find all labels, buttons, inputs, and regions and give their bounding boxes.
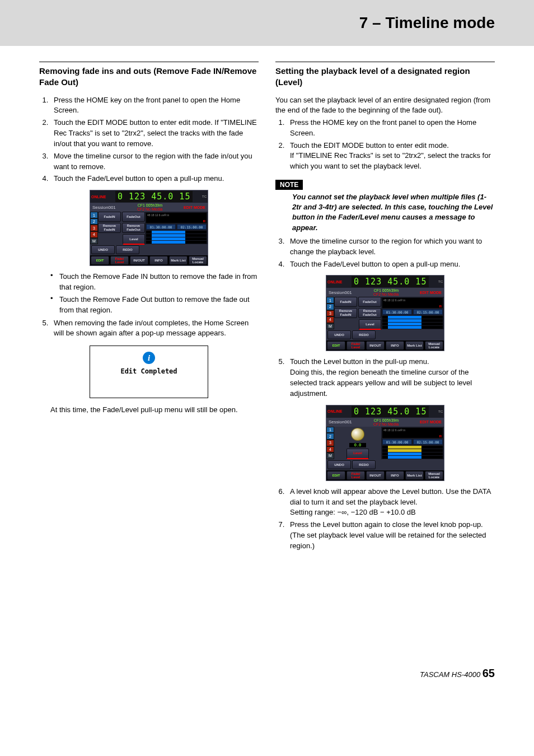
popup-edit-completed: i Edit Completed [90, 346, 208, 398]
right-steps-1-2: Press the HOME key on the front panel to… [275, 118, 495, 172]
level-knob-value: 0.0 [349, 443, 366, 447]
footer-page: 65 [483, 667, 495, 679]
right-step-3: Move the timeline cursor to the region f… [287, 236, 495, 258]
ss-t1: 01:30:00:00 [146, 224, 176, 230]
right-step-6: A level knob will appear above the Level… [287, 487, 495, 519]
ss-cf2: CF2 No Media [137, 207, 162, 211]
page-footer: TASCAM HS-4000 65 [0, 667, 534, 697]
ss-undo: UNDO [91, 245, 115, 254]
ss-btn-fadein: FadeIN [98, 212, 121, 222]
right-steps-3-4: Move the timeline cursor to the region f… [275, 236, 495, 270]
right-step-2: Touch the EDIT MODE button to enter edit… [287, 141, 495, 172]
right-step-5: Touch the Level button in the pull-up me… [287, 357, 495, 399]
left-step-3: Move the timeline cursor to the region w… [50, 151, 259, 172]
left-closing: At this time, the Fade/Level pull-up men… [50, 405, 259, 415]
page-header: 7 – Timeline mode [0, 0, 534, 46]
page-body: Removing fade ins and outs (Remove Fade … [0, 46, 534, 555]
right-step-1: Press the HOME key on the front panel to… [287, 118, 495, 139]
left-step-1: Press the HOME key on the front panel to… [50, 95, 259, 116]
right-column: Setting the playback level of a designat… [275, 62, 495, 555]
note-text: You cannot set the playback level when m… [292, 192, 495, 233]
left-step-2: Touch the EDIT MODE button to enter edit… [50, 118, 259, 150]
ss-chm: M [90, 238, 98, 245]
popup-message: Edit Completed [90, 367, 208, 375]
ss-bb-inout: IN/OUT [130, 256, 148, 265]
ss-bb-manual: Manual Locate [189, 256, 207, 265]
ss-timer: 0 123 45.0 15 [115, 191, 193, 202]
level-knob-icon [351, 428, 364, 441]
left-heading: Removing fade ins and outs (Remove Fade … [39, 62, 259, 88]
screenshot-level-menu: ONLINE 0 123 45.0 15 TC Session001 CF1 0… [326, 275, 444, 351]
ss-ch1: 1 [90, 212, 98, 218]
left-bullet-2: Touch the Remove Fade Out button to remo… [53, 295, 259, 316]
left-bullet-1: Touch the Remove Fade IN button to remov… [53, 272, 259, 293]
ss-edit-mode: EDIT MODE [184, 206, 205, 209]
chapter-title: 7 – Timeline mode [359, 14, 495, 32]
ss-btn-remove-in: Remove FadeIN [98, 223, 121, 233]
left-column: Removing fade ins and outs (Remove Fade … [39, 62, 259, 555]
ss-ch3: 3 [90, 225, 98, 231]
ss-btn-remove-out: Remove FadeOut [122, 223, 145, 233]
ss-bb-mark: Mark List [169, 256, 188, 265]
ss-cf1: CF1 005h39m [138, 203, 162, 207]
left-steps-1-4: Press the HOME key on the front panel to… [39, 95, 259, 185]
ss-bb-info: INFO [149, 256, 168, 265]
right-step-4: Touch the Fade/Level button to open a pu… [287, 259, 495, 270]
ss-btn-level-active: Level [346, 449, 369, 459]
ss-ticks: 48 18 12 6 ovR in [147, 213, 169, 217]
left-steps-5: When removing the fade in/out completes,… [39, 318, 259, 339]
info-icon: i [143, 352, 155, 364]
ss-bb-edit: EDIT [91, 256, 109, 265]
ss-session-name: Session001 [92, 205, 116, 210]
footer-model: TASCAM HS-4000 [420, 670, 480, 679]
ss-btn-fadeout: FadeOut [122, 212, 145, 222]
ss-online: ONLINE [91, 195, 106, 199]
right-heading: Setting the playback level of a designat… [275, 62, 495, 88]
ss-bb-fade: Fade/ Level [110, 256, 129, 265]
left-step-5: When removing the fade in/out completes,… [50, 318, 259, 339]
left-step-4: Touch the Fade/Level button to open a pu… [50, 174, 259, 184]
ss-t2: 02:15:00:00 [177, 224, 207, 230]
right-steps-6-7: A level knob will appear above the Level… [275, 487, 495, 552]
screenshot-level-knob: ONLINE 0 123 45.0 15 TC Session001 CF1 0… [326, 405, 444, 481]
ss-tc: TC [202, 195, 207, 198]
right-step-7: Press the Level button again to close th… [287, 520, 495, 552]
left-bullets: Touch the Remove Fade IN button to remov… [39, 272, 259, 315]
screenshot-remove-fade: ONLINE 0 123 45.0 15 TC Session001 CF1 0… [90, 190, 208, 266]
ss-ch2: 2 [90, 218, 98, 225]
right-steps-5: Touch the Level button in the pull-up me… [275, 357, 495, 399]
ss-ch4: 4 [90, 231, 98, 238]
right-intro: You can set the playback level of an ent… [275, 95, 495, 115]
ss-redo: REDO [116, 245, 139, 254]
note-tag: NOTE [275, 180, 303, 190]
ss-btn-level: Level [123, 234, 145, 245]
ss-rec: R [203, 220, 205, 223]
